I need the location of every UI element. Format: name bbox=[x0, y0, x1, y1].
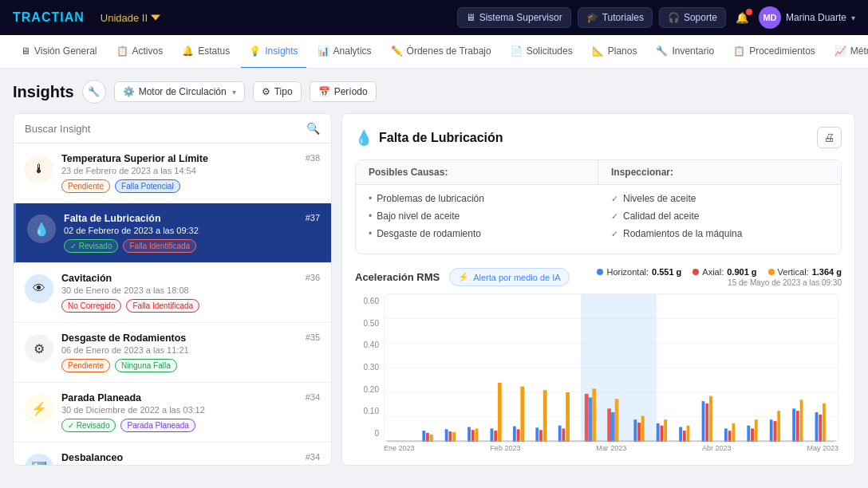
svg-rect-20 bbox=[702, 401, 705, 442]
user-menu[interactable]: MD Marina Duarte ▾ bbox=[759, 6, 855, 29]
subnav-label-solicitudes: Solicitudes bbox=[527, 45, 573, 57]
insight-icon-parada: ⚡ bbox=[25, 394, 53, 423]
detail-title: Falta de Lubricación bbox=[379, 131, 503, 145]
insight-icon-cavitacion: 👁 bbox=[25, 274, 53, 303]
insight-header: Cavitación #36 bbox=[61, 273, 320, 285]
causes-header: Posibles Causas: bbox=[356, 160, 598, 185]
legend-vertical: Vertical: 1.364 g bbox=[768, 267, 842, 277]
chart-svg bbox=[385, 294, 838, 442]
svg-rect-45 bbox=[452, 432, 456, 442]
subnav-procedimientos[interactable]: 📋 Procedimientos bbox=[725, 35, 823, 69]
x-label-jan: Ene 2023 bbox=[384, 444, 415, 452]
y-label-0.60: 0.60 bbox=[364, 297, 379, 305]
insight-tags-lubricacion: ✓ Revisado Falla Identificada bbox=[64, 239, 320, 253]
tutoriales-button[interactable]: 🎓 Tutoriales bbox=[578, 7, 653, 28]
nav-left: TRACTIAN Unidade II bbox=[13, 10, 160, 25]
insight-item-parada[interactable]: ⚡ Parada Planeada #34 30 de Diciembre de… bbox=[14, 383, 331, 443]
subnav-estatus[interactable]: 🔔 Estatus bbox=[174, 35, 238, 69]
svg-rect-60 bbox=[800, 399, 803, 442]
chart-title-row: Aceleración RMS ⚡ Alerta por medio de IA bbox=[355, 268, 570, 286]
tutoriales-label: Tutoriales bbox=[602, 12, 644, 23]
user-chevron-icon: ▾ bbox=[851, 14, 855, 22]
motor-icon: ⚙️ bbox=[123, 86, 135, 97]
legend-dot-horizontal bbox=[597, 269, 603, 275]
insight-item-desbalanceo[interactable]: 🔄 Desbalanceo #34 18 de Diciembre de 202… bbox=[14, 443, 331, 465]
svg-rect-41 bbox=[774, 421, 777, 442]
cause-item-2: Bajo nivel de aceite bbox=[369, 211, 586, 222]
periodo-filter-button[interactable]: 📅 Período bbox=[310, 81, 377, 102]
insight-item-cavitacion[interactable]: 👁 Cavitación #36 30 de Enero de 2023 a l… bbox=[14, 263, 331, 323]
svg-rect-12 bbox=[513, 427, 516, 442]
main-content: Insights 🔧 ⚙️ Motor de Circulación ▾ ⚙ T… bbox=[0, 69, 868, 488]
chart-header: Aceleración RMS ⚡ Alerta por medio de IA… bbox=[355, 267, 842, 287]
detail-title-row: 💧 Falta de Lubricación bbox=[355, 129, 503, 147]
svg-rect-51 bbox=[592, 388, 596, 442]
subnav-label-activos: Activos bbox=[132, 45, 164, 57]
unit-selector[interactable]: Unidade II bbox=[101, 12, 160, 24]
subnav-metricas[interactable]: 📈 Métricas bbox=[827, 35, 868, 69]
svg-rect-22 bbox=[747, 426, 750, 442]
insight-header: Temperatura Superior al Límite #38 bbox=[61, 153, 320, 166]
motor-filter-button[interactable]: ⚙️ Motor de Circulación ▾ bbox=[114, 81, 245, 102]
app-logo: TRACTIAN bbox=[13, 10, 85, 25]
svg-rect-53 bbox=[641, 416, 645, 442]
content-area: 🔍 🌡 Temperatura Superior al Límite #38 2… bbox=[13, 113, 855, 466]
chart-legend-container: Horizontal: 0.551 g Axial: 0.901 g Verti… bbox=[597, 267, 842, 287]
tipo-filter-button[interactable]: ⚙ Tipo bbox=[253, 81, 302, 102]
svg-rect-37 bbox=[683, 431, 686, 442]
svg-rect-48 bbox=[520, 387, 524, 442]
search-input[interactable] bbox=[25, 123, 300, 135]
causes-list: Problemas de lubricación Bajo nivel de a… bbox=[369, 193, 586, 239]
tag-pending: Pendiente bbox=[61, 179, 110, 193]
subnav-ordenes[interactable]: ✏️ Órdenes de Trabajo bbox=[383, 35, 499, 69]
page-header: Insights 🔧 ⚙️ Motor de Circulación ▾ ⚙ T… bbox=[13, 80, 855, 104]
insights-list-panel: 🔍 🌡 Temperatura Superior al Límite #38 2… bbox=[13, 113, 332, 466]
tipo-icon: ⚙ bbox=[262, 86, 270, 97]
subnav-insights[interactable]: 💡 Insights bbox=[241, 35, 306, 69]
chart-legend: Horizontal: 0.551 g Axial: 0.901 g Verti… bbox=[597, 267, 842, 277]
insight-header: Parada Planeada #34 bbox=[61, 392, 320, 405]
svg-rect-55 bbox=[687, 426, 690, 442]
sistema-supervisor-button[interactable]: 🖥 Sistema Supervisor bbox=[457, 7, 571, 28]
insight-item-desgaste[interactable]: ⚙ Desgaste de Rodamientos #35 06 de Ener… bbox=[14, 323, 331, 383]
filter-preset-button[interactable]: 🔧 bbox=[82, 80, 106, 104]
subnav-solicitudes[interactable]: 📄 Solicitudes bbox=[503, 35, 581, 69]
insight-tags-desgaste: Pendiente Ninguna Falla bbox=[61, 359, 320, 372]
svg-rect-34 bbox=[607, 408, 611, 442]
svg-rect-23 bbox=[770, 419, 773, 442]
legend-dot-vertical bbox=[768, 269, 775, 275]
subnav-planos[interactable]: 📐 Planos bbox=[584, 35, 645, 69]
svg-rect-52 bbox=[615, 399, 619, 442]
svg-rect-21 bbox=[724, 428, 728, 442]
subnav-label-vision: Visión General bbox=[34, 45, 97, 57]
motor-chevron-icon: ▾ bbox=[232, 88, 236, 96]
legend-horizontal-label: Horizontal: bbox=[606, 267, 649, 277]
insight-item[interactable]: 🌡 Temperatura Superior al Límite #38 23 … bbox=[14, 144, 331, 203]
tag-falla-potencial: Falla Potencial bbox=[115, 179, 180, 193]
search-icon: 🔍 bbox=[306, 122, 320, 135]
subnav-vision-general[interactable]: 🖥 Visión General bbox=[13, 35, 105, 69]
print-button[interactable]: 🖨 bbox=[817, 127, 842, 148]
user-avatar: MD bbox=[759, 6, 781, 29]
subnav-inventario[interactable]: 🔧 Inventario bbox=[648, 35, 722, 69]
soporte-button[interactable]: 🎧 Soporte bbox=[659, 7, 726, 28]
notifications-button[interactable]: 🔔 bbox=[732, 9, 752, 27]
insight-icon-desgaste: ⚙ bbox=[25, 334, 53, 363]
legend-axial-value: 0.901 g bbox=[727, 267, 756, 277]
inspect-item-1: ✓Niveles de aceite bbox=[611, 193, 828, 204]
insight-number-lubricacion: #37 bbox=[306, 213, 320, 222]
subnav-activos[interactable]: 📋 Activos bbox=[108, 35, 172, 69]
insight-title-cavitacion: Cavitación bbox=[61, 273, 112, 284]
svg-rect-17 bbox=[633, 419, 637, 442]
chart-container: 0.60 0.50 0.40 0.30 0.20 0.10 0 bbox=[355, 293, 842, 452]
subnav-analytics[interactable]: 📊 Analytics bbox=[310, 35, 380, 69]
insights-icon: 💡 bbox=[249, 45, 261, 57]
tag-falla-identificada: Falla Identificada bbox=[123, 239, 196, 253]
insight-item-active[interactable]: 💧 Falta de Lubricación #37 02 de Febrero… bbox=[14, 203, 331, 263]
svg-rect-35 bbox=[637, 423, 641, 442]
tag-pendiente-desgaste: Pendiente bbox=[61, 359, 110, 372]
svg-rect-44 bbox=[430, 435, 433, 442]
subnav-label-ordenes: Órdenes de Trabajo bbox=[407, 45, 491, 57]
nav-right: 🖥 Sistema Supervisor 🎓 Tutoriales 🎧 Sopo… bbox=[457, 6, 855, 29]
legend-axial-label: Axial: bbox=[702, 267, 724, 277]
